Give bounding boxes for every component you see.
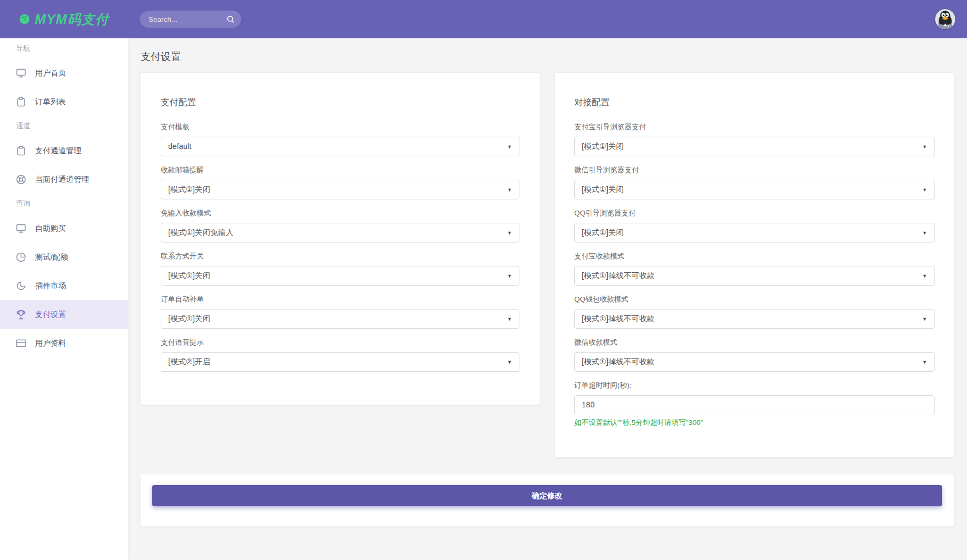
search-icon[interactable] (226, 15, 235, 23)
monitor-icon (16, 68, 26, 78)
field-qq-browser-guide: QQ引导浏览器支付 [模式①]关闭 ▼ (574, 208, 935, 243)
brand-ball-icon (19, 13, 30, 25)
sidebar-item-plugin-market[interactable]: 插件市场 (0, 271, 128, 300)
wechat-collect-mode-select[interactable]: [模式①]掉线不可收款 ▼ (574, 352, 935, 372)
field-order-timeout: 订单超时时间(秒): 如不设置默认""秒,5分钟超时请填写"300" (574, 381, 935, 428)
qq-browser-guide-select[interactable]: [模式①]关闭 ▼ (574, 223, 935, 243)
chevron-down-icon: ▼ (507, 266, 512, 286)
sidebar-item-label: 插件市场 (35, 281, 66, 291)
sidebar-item-payment-settings[interactable]: 支付设置 (0, 300, 128, 329)
sidebar-item-label: 当面付通道管理 (35, 174, 89, 185)
chevron-down-icon: ▼ (922, 180, 927, 199)
user-avatar[interactable] (935, 9, 955, 29)
field-label: 收款邮箱提醒 (161, 165, 519, 175)
field-label: 支付宝引导浏览器支付 (574, 122, 935, 132)
sidebar-item-payment-channel-mgmt[interactable]: 支付通道管理 (0, 136, 128, 165)
integration-config-title: 对接配置 (574, 97, 935, 108)
field-no-input-mode: 免输入收款模式 [模式①]关闭免输入 ▼ (161, 208, 519, 243)
qq-wallet-collect-mode-select[interactable]: [模式①]掉线不可收款 ▼ (574, 309, 935, 329)
trophy-icon (16, 310, 26, 320)
clipboard-icon (16, 97, 26, 107)
email-reminder-select[interactable]: [模式①]关闭 ▼ (161, 180, 519, 199)
auto-reorder-select[interactable]: [模式①]关闭 ▼ (161, 309, 519, 329)
select-value: [模式①]掉线不可收款 (582, 357, 655, 366)
sidebar-item-self-purchase[interactable]: 自助购买 (0, 214, 128, 243)
field-label: 支付模板 (161, 122, 519, 132)
timeout-hint-text: 如不设置默认""秒,5分钟超时请填写"300" (574, 418, 935, 428)
field-label: 订单超时时间(秒): (574, 381, 935, 390)
field-label: 微信收款模式 (574, 338, 935, 347)
select-value: [模式①]关闭 (582, 142, 624, 151)
sidebar-item-f2f-channel-mgmt[interactable]: 当面付通道管理 (0, 165, 128, 194)
sidebar-item-order-list[interactable]: 订单列表 (0, 87, 128, 116)
nav-section-query: 查询 (0, 194, 128, 214)
field-label: QQ引导浏览器支付 (574, 208, 935, 218)
wechat-browser-guide-select[interactable]: [模式①]关闭 ▼ (574, 180, 935, 199)
select-value: [模式①]关闭 (582, 185, 624, 194)
submit-card: 确定修改 (140, 474, 954, 526)
field-voice-prompt: 支付语音提示 [模式②]开启 ▼ (161, 338, 519, 372)
chevron-down-icon: ▼ (922, 223, 927, 243)
alipay-collect-mode-select[interactable]: [模式①]掉线不可收款 ▼ (574, 266, 935, 286)
brand-logo[interactable]: MYM码支付 (0, 11, 128, 28)
sidebar-item-label: 用户资料 (35, 338, 66, 348)
sidebar-item-label: 自助购买 (35, 223, 66, 233)
top-header: MYM码支付 (0, 0, 967, 38)
select-value: [模式①]掉线不可收款 (582, 271, 655, 280)
payment-template-select[interactable]: default ▼ (161, 137, 519, 156)
sidebar-item-user-home[interactable]: 用户首页 (0, 58, 128, 87)
select-value: [模式①]关闭 (168, 271, 210, 280)
select-value: [模式①]关闭 (168, 185, 210, 194)
select-value: [模式①]掉线不可收款 (582, 314, 655, 323)
field-label: 支付宝收款模式 (574, 252, 935, 261)
contact-switch-select[interactable]: [模式①]关闭 ▼ (161, 266, 519, 286)
field-alipay-browser-guide: 支付宝引导浏览器支付 [模式①]关闭 ▼ (574, 122, 935, 156)
pie-chart-icon (16, 252, 26, 262)
search-box (140, 11, 241, 28)
select-value: default (168, 142, 192, 151)
nav-section-channels: 通道 (0, 116, 128, 136)
payment-config-card: 支付配置 支付模板 default ▼ 收款邮箱提醒 [模式①]关闭 ▼ 免输入… (140, 73, 540, 405)
chevron-down-icon: ▼ (922, 137, 927, 156)
field-payment-template: 支付模板 default ▼ (161, 122, 519, 156)
order-timeout-input[interactable] (574, 395, 935, 414)
voice-prompt-select[interactable]: [模式②]开启 ▼ (161, 352, 519, 372)
integration-config-card: 对接配置 支付宝引导浏览器支付 [模式①]关闭 ▼ 微信引导浏览器支付 [模式①… (555, 73, 954, 457)
sidebar-item-label: 支付通道管理 (35, 146, 81, 156)
chevron-down-icon: ▼ (507, 310, 512, 329)
page-title: 支付设置 (140, 50, 181, 64)
chevron-down-icon: ▼ (507, 137, 512, 156)
sidebar-item-label: 支付设置 (35, 310, 66, 320)
sidebar-item-test-quota[interactable]: 测试/配额 (0, 243, 128, 271)
chevron-down-icon: ▼ (922, 266, 927, 286)
search-input[interactable] (148, 15, 226, 23)
field-contact-switch: 联系方式开关 [模式①]关闭 ▼ (161, 252, 519, 286)
confirm-modify-button[interactable]: 确定修改 (152, 485, 942, 506)
chevron-down-icon: ▼ (922, 353, 927, 372)
field-qq-wallet-collect-mode: QQ钱包收款模式 [模式①]掉线不可收款 ▼ (574, 295, 935, 329)
brand-title: MYM码支付 (35, 11, 109, 28)
select-value: [模式①]关闭 (582, 228, 624, 237)
monitor-icon (16, 223, 26, 233)
clipboard-icon (16, 146, 26, 156)
chevron-down-icon: ▼ (507, 223, 512, 243)
chevron-down-icon: ▼ (507, 180, 512, 199)
field-email-reminder: 收款邮箱提醒 [模式①]关闭 ▼ (161, 165, 519, 199)
field-wechat-browser-guide: 微信引导浏览器支付 [模式①]关闭 ▼ (574, 165, 935, 199)
sidebar-nav: 导航 用户首页 订单列表 通道 支付通道管理 当面付通道管理 查询 (0, 38, 128, 560)
sidebar-item-label: 订单列表 (35, 97, 66, 107)
field-label: QQ钱包收款模式 (574, 295, 935, 304)
alipay-browser-guide-select[interactable]: [模式①]关闭 ▼ (574, 137, 935, 156)
field-auto-reorder: 订单自动补单 [模式①]关闭 ▼ (161, 295, 519, 329)
select-value: [模式①]关闭 (168, 314, 210, 323)
sidebar-item-label: 用户首页 (35, 68, 66, 78)
field-label: 联系方式开关 (161, 252, 519, 261)
field-alipay-collect-mode: 支付宝收款模式 [模式①]掉线不可收款 ▼ (574, 252, 935, 286)
field-label: 免输入收款模式 (161, 208, 519, 218)
main-content: 支付设置 支付配置 支付模板 default ▼ 收款邮箱提醒 [模式①]关闭 … (128, 38, 967, 560)
sidebar-item-label: 测试/配额 (35, 252, 68, 262)
life-buoy-icon (16, 174, 26, 185)
sidebar-item-user-profile[interactable]: 用户资料 (0, 329, 128, 357)
no-input-mode-select[interactable]: [模式①]关闭免输入 ▼ (161, 223, 519, 243)
chevron-down-icon: ▼ (507, 353, 512, 372)
